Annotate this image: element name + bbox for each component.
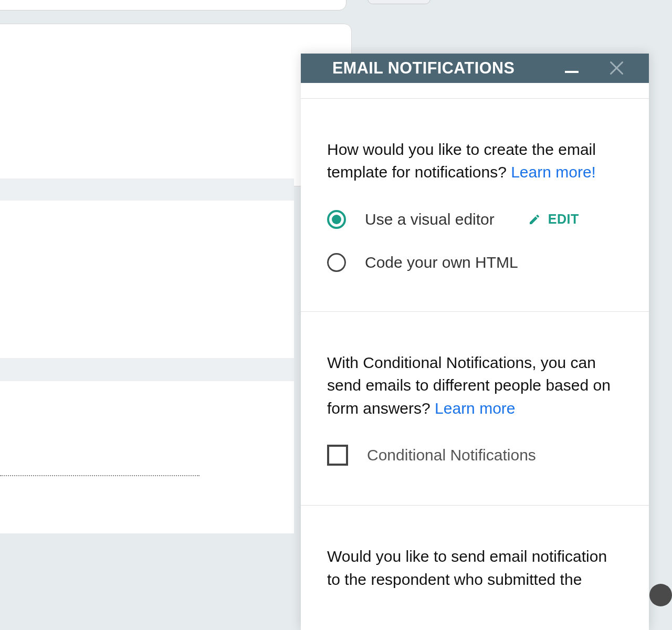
radio-code-html[interactable] bbox=[327, 253, 346, 272]
radio-label-code-html: Code your own HTML bbox=[365, 254, 518, 271]
conditional-section: With Conditional Notifications, you can … bbox=[301, 311, 649, 506]
panel-spacer bbox=[301, 83, 649, 98]
header-actions bbox=[565, 59, 625, 77]
radio-row-visual-editor[interactable]: Use a visual editor EDIT bbox=[327, 210, 623, 229]
radio-row-code-html[interactable]: Code your own HTML bbox=[327, 253, 623, 272]
conditional-checkbox-row[interactable]: Conditional Notifications bbox=[327, 445, 623, 466]
radio-inner-dot bbox=[332, 215, 341, 224]
minimize-icon[interactable] bbox=[565, 71, 579, 73]
background-card bbox=[0, 24, 352, 186]
edit-template-link[interactable]: EDIT bbox=[528, 212, 579, 227]
panel-title: EMAIL NOTIFICATIONS bbox=[332, 59, 514, 77]
background-divider bbox=[0, 178, 294, 201]
template-prompt: How would you like to create the email t… bbox=[327, 138, 623, 184]
edit-label: EDIT bbox=[548, 212, 579, 227]
template-learn-more-link[interactable]: Learn more! bbox=[511, 163, 596, 181]
template-section: How would you like to create the email t… bbox=[301, 98, 649, 311]
radio-visual-editor[interactable] bbox=[327, 210, 346, 229]
email-notifications-panel: EMAIL NOTIFICATIONS How would you like t… bbox=[301, 54, 649, 630]
template-radio-group: Use a visual editor EDIT Code your own H… bbox=[327, 210, 623, 272]
radio-label-visual-editor: Use a visual editor bbox=[365, 211, 495, 228]
conditional-prompt: With Conditional Notifications, you can … bbox=[327, 351, 623, 420]
background-card bbox=[0, 201, 294, 358]
close-icon[interactable] bbox=[608, 59, 625, 77]
conditional-checkbox[interactable] bbox=[327, 445, 348, 466]
background-card bbox=[0, 0, 346, 10]
background-divider bbox=[0, 358, 294, 381]
conditional-learn-more-link[interactable]: Learn more bbox=[435, 400, 515, 417]
respondent-section: Would you like to send email notificatio… bbox=[301, 505, 649, 630]
respondent-prompt-text: Would you like to send email notificatio… bbox=[327, 548, 607, 588]
dotted-divider bbox=[0, 475, 200, 476]
background-card bbox=[0, 381, 294, 533]
pencil-icon bbox=[528, 213, 541, 226]
scroll-indicator[interactable] bbox=[649, 584, 672, 606]
background-chip bbox=[368, 0, 430, 4]
panel-header: EMAIL NOTIFICATIONS bbox=[301, 54, 649, 83]
respondent-prompt: Would you like to send email notificatio… bbox=[327, 545, 623, 591]
conditional-checkbox-label: Conditional Notifications bbox=[367, 446, 536, 464]
